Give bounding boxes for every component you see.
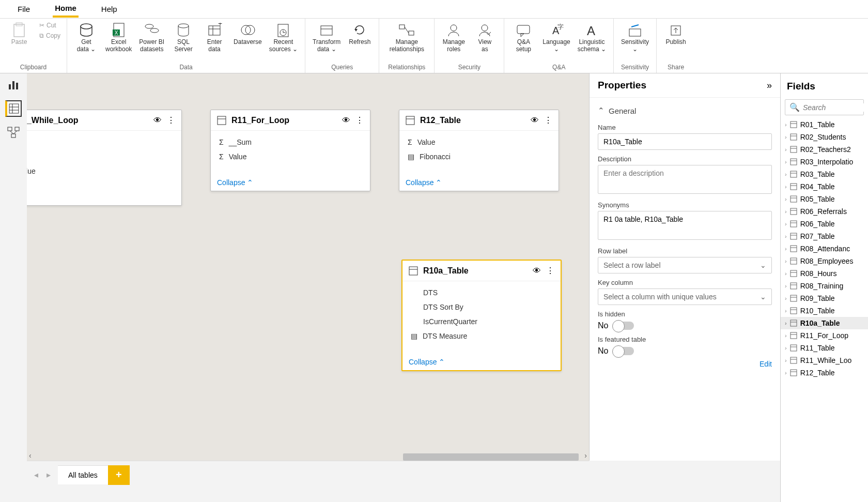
field-item[interactable]: ›R03_Interpolatio [781, 156, 868, 168]
field-row[interactable]: i [27, 149, 175, 164]
table-card-while-loop[interactable]: 1_While_Loop 👁 ⋮ i i ilue pse⌃ [27, 110, 182, 206]
visibility-icon[interactable]: 👁 [342, 116, 350, 125]
scroll-left-icon[interactable]: ‹ [29, 451, 32, 461]
table-icon [406, 116, 415, 125]
field-item[interactable]: ›R03_Table [781, 168, 868, 180]
publish-button[interactable]: Publish [661, 21, 691, 47]
model-canvas[interactable]: 1_While_Loop 👁 ⋮ i i ilue pse⌃ R11_For_L… [27, 73, 589, 461]
row-label-select[interactable]: Select a row label⌄ [598, 257, 772, 273]
field-item[interactable]: ›R10_Table [781, 305, 868, 317]
svg-rect-42 [15, 127, 19, 131]
is-hidden-toggle[interactable] [613, 322, 634, 330]
visibility-icon[interactable]: 👁 [531, 116, 539, 125]
excel-button[interactable]: XExcel workbook [102, 21, 135, 54]
field-item[interactable]: ›R11_Table [781, 342, 868, 354]
hscroll-thumb[interactable] [403, 453, 579, 461]
dataverse-button[interactable]: Dataverse [230, 21, 265, 47]
field-item[interactable]: ›R12_Table [781, 367, 868, 379]
more-icon[interactable]: ⋮ [167, 115, 175, 125]
collapse-button[interactable]: Collapse⌃ [399, 174, 559, 191]
language-button[interactable]: A字Language ⌄ [539, 21, 573, 54]
field-row[interactable]: Σ__Sum [217, 135, 364, 149]
field-row[interactable]: i [27, 135, 175, 149]
report-view-icon[interactable] [5, 77, 22, 93]
linguistic-button[interactable]: ALinguistic schema ⌄ [575, 21, 609, 54]
collapse-panel-icon[interactable]: » [767, 80, 772, 91]
field-item[interactable]: ›R04_Table [781, 180, 868, 193]
transform-data-button[interactable]: Transform data ⌄ [309, 21, 344, 54]
synonyms-input[interactable]: R1 0a table, R10a_Table [598, 211, 772, 240]
copy-button[interactable]: ⧉Copy [37, 31, 63, 40]
search-input[interactable] [803, 103, 868, 112]
field-row[interactable]: ΣValue [217, 149, 364, 164]
field-item[interactable]: ›R06_Table [781, 218, 868, 230]
pbi-datasets-button[interactable]: Power BI datasets [136, 21, 167, 54]
group-share-label: Share [657, 63, 695, 73]
field-row[interactable]: ΣValue [406, 135, 552, 149]
field-row[interactable]: DTS Sort By [409, 300, 554, 314]
cut-button[interactable]: ✂Cut [37, 21, 63, 30]
name-input[interactable] [598, 133, 772, 150]
recent-sources-button[interactable]: Recent sources ⌄ [266, 21, 301, 54]
menu-help[interactable]: Help [99, 2, 119, 17]
table-card-for-loop[interactable]: R11_For_Loop 👁 ⋮ Σ__Sum ΣValue Collapse⌃ [210, 110, 370, 191]
more-icon[interactable]: ⋮ [544, 115, 552, 125]
table-card-r12[interactable]: R12_Table 👁 ⋮ ΣValue ▤Fibonacci Collapse… [399, 110, 559, 191]
field-item[interactable]: ›R02_Teachers2 [781, 143, 868, 156]
get-data-button[interactable]: Get data ⌄ [71, 21, 101, 54]
chevron-right-icon: › [785, 258, 787, 264]
scroll-right-icon[interactable]: › [584, 451, 587, 461]
field-item[interactable]: ›R08_Employees [781, 255, 868, 267]
collapse-button[interactable]: pse⌃ [27, 189, 181, 205]
tab-next[interactable]: ▸ [43, 470, 54, 480]
sensitivity-button[interactable]: Sensitivity ⌄ [618, 21, 652, 54]
more-icon[interactable]: ⋮ [355, 115, 364, 125]
model-view-icon[interactable] [5, 124, 22, 141]
field-row[interactable]: ▤Fibonacci [406, 149, 552, 164]
field-item[interactable]: ›R07_Table [781, 230, 868, 242]
menu-home[interactable]: Home [53, 1, 79, 18]
field-row[interactable]: ▤DTS Measure [409, 329, 554, 343]
table-card-r10a[interactable]: R10a_Table 👁 ⋮ DTS DTS Sort By IsCurrent… [401, 260, 562, 371]
field-item[interactable]: ›R11_For_Loop [781, 329, 868, 342]
qa-setup-button[interactable]: Q&A setup [508, 21, 538, 54]
tab-prev[interactable]: ◂ [31, 470, 41, 480]
field-item[interactable]: ›R09_Table [781, 292, 868, 305]
view-as-button[interactable]: View as [470, 21, 500, 54]
key-column-select[interactable]: Select a column with unique values⌄ [598, 288, 772, 305]
menu-file[interactable]: File [16, 2, 32, 17]
group-sensitivity-label: Sensitivity [614, 63, 656, 73]
data-view-icon[interactable] [5, 100, 22, 117]
field-item[interactable]: ›R08_Hours [781, 267, 868, 280]
field-item[interactable]: ›R06_Referrals [781, 205, 868, 218]
manage-roles-button[interactable]: Manage roles [439, 21, 469, 54]
manage-relationships-button[interactable]: Manage relationships [383, 21, 430, 54]
more-icon[interactable]: ⋮ [546, 266, 554, 276]
field-row[interactable]: ilue [27, 164, 175, 178]
field-item[interactable]: ›R08_Attendanc [781, 242, 868, 255]
field-item[interactable]: ›R02_Students [781, 131, 868, 143]
field-row[interactable]: IsCurrentQuarter [409, 314, 554, 329]
field-item[interactable]: ›R05_Table [781, 193, 868, 205]
edit-link[interactable]: Edit [760, 360, 772, 368]
visibility-icon[interactable]: 👁 [153, 116, 162, 125]
visibility-icon[interactable]: 👁 [533, 266, 541, 276]
tab-add-button[interactable]: + [108, 465, 130, 485]
is-featured-toggle[interactable] [613, 347, 634, 355]
tab-all-tables[interactable]: All tables [58, 465, 108, 484]
sql-button[interactable]: SQL Server [168, 21, 198, 54]
fields-search[interactable]: 🔍 [785, 99, 864, 115]
collapse-button[interactable]: Collapse⌃ [402, 354, 561, 370]
field-item[interactable]: ›R10a_Table [781, 317, 868, 329]
description-input[interactable] [598, 165, 772, 194]
chevron-right-icon: › [785, 332, 787, 339]
enter-data-button[interactable]: +Enter data [199, 21, 229, 54]
collapse-button[interactable]: Collapse⌃ [211, 174, 370, 191]
field-item[interactable]: ›R08_Training [781, 280, 868, 292]
paste-button[interactable]: Paste [4, 21, 34, 47]
general-section-toggle[interactable]: ⌃ General [598, 103, 772, 118]
field-row[interactable]: DTS [409, 285, 554, 300]
field-item[interactable]: ›R01_Table [781, 118, 868, 131]
refresh-button[interactable]: Refresh [345, 21, 375, 47]
field-item[interactable]: ›R11_While_Loo [781, 354, 868, 367]
